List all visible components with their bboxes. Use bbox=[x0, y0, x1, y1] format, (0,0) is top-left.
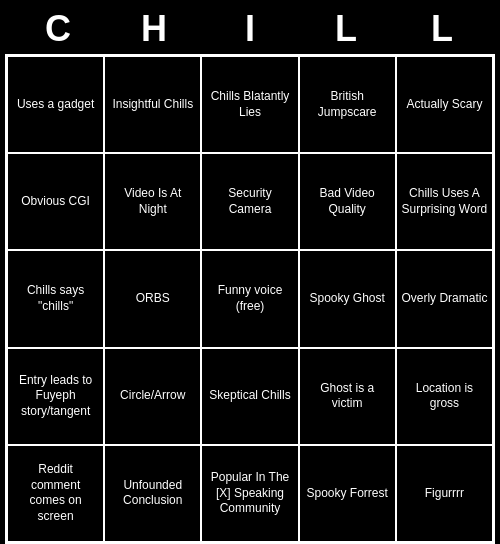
cell-r2-c0[interactable]: Chills says "chills" bbox=[7, 250, 104, 347]
cell-r1-c3[interactable]: Bad Video Quality bbox=[299, 153, 396, 250]
cell-r1-c0[interactable]: Obvious CGI bbox=[7, 153, 104, 250]
header-row: C H I L L bbox=[0, 0, 500, 54]
header-letter-h: H bbox=[114, 8, 194, 50]
cell-r4-c1[interactable]: Unfounded Conclusion bbox=[104, 445, 201, 542]
cell-r1-c2[interactable]: Security Camera bbox=[201, 153, 298, 250]
header-letter-l2: L bbox=[402, 8, 482, 50]
cell-r2-c2[interactable]: Funny voice (free) bbox=[201, 250, 298, 347]
cell-r3-c2[interactable]: Skeptical Chills bbox=[201, 348, 298, 445]
cell-r4-c0[interactable]: Reddit comment comes on screen bbox=[7, 445, 104, 542]
cell-r0-c1[interactable]: Insightful Chills bbox=[104, 56, 201, 153]
header-letter-i: I bbox=[210, 8, 290, 50]
cell-r2-c4[interactable]: Overly Dramatic bbox=[396, 250, 493, 347]
cell-r3-c1[interactable]: Circle/Arrow bbox=[104, 348, 201, 445]
header-letter-c: C bbox=[18, 8, 98, 50]
cell-r1-c1[interactable]: Video Is At Night bbox=[104, 153, 201, 250]
cell-r0-c0[interactable]: Uses a gadget bbox=[7, 56, 104, 153]
header-letter-l1: L bbox=[306, 8, 386, 50]
bingo-grid: Uses a gadgetInsightful ChillsChills Bla… bbox=[5, 54, 495, 544]
cell-r4-c4[interactable]: Figurrrr bbox=[396, 445, 493, 542]
cell-r3-c3[interactable]: Ghost is a victim bbox=[299, 348, 396, 445]
cell-r2-c3[interactable]: Spooky Ghost bbox=[299, 250, 396, 347]
cell-r0-c3[interactable]: British Jumpscare bbox=[299, 56, 396, 153]
cell-r3-c0[interactable]: Entry leads to Fuyeph story/tangent bbox=[7, 348, 104, 445]
cell-r1-c4[interactable]: Chills Uses A Surprising Word bbox=[396, 153, 493, 250]
cell-r0-c2[interactable]: Chills Blatantly Lies bbox=[201, 56, 298, 153]
cell-r4-c2[interactable]: Popular In The [X] Speaking Community bbox=[201, 445, 298, 542]
cell-r3-c4[interactable]: Location is gross bbox=[396, 348, 493, 445]
cell-r2-c1[interactable]: ORBS bbox=[104, 250, 201, 347]
cell-r4-c3[interactable]: Spooky Forrest bbox=[299, 445, 396, 542]
cell-r0-c4[interactable]: Actually Scary bbox=[396, 56, 493, 153]
